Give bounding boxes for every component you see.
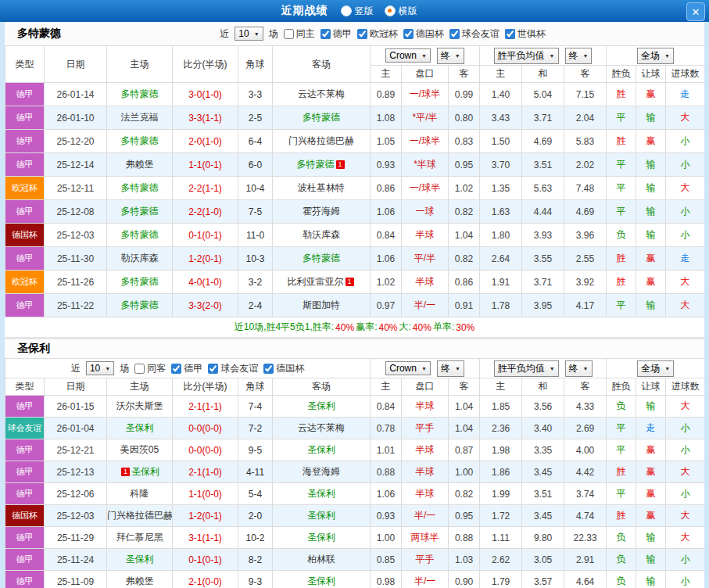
filter-checkbox[interactable] <box>171 364 181 374</box>
team-link[interactable]: 拜仁慕尼黑 <box>116 532 163 543</box>
team-link[interactable]: 多特蒙德 <box>297 159 335 170</box>
games-count-select[interactable]: 10▼ <box>86 361 114 375</box>
filter-option[interactable]: 球会友谊 <box>449 27 500 41</box>
team-link[interactable]: 圣保利 <box>307 444 335 455</box>
avg-odds-select[interactable]: 胜平负均值▼ <box>494 48 559 64</box>
team-link[interactable]: 圣保利 <box>307 575 335 586</box>
team-link[interactable]: 勒沃库森 <box>121 253 159 264</box>
filter-option[interactable]: 同客 <box>134 362 166 375</box>
avg-final-select[interactable]: 终▼ <box>565 360 593 377</box>
filter-option[interactable]: 德甲 <box>320 27 352 41</box>
team-link[interactable]: 勒沃库森 <box>303 229 340 240</box>
date-cell: 25-11-09 <box>45 571 107 588</box>
filter-checkbox[interactable] <box>208 364 218 374</box>
team-link[interactable]: 多特蒙德 <box>121 88 159 99</box>
filter-checkbox[interactable] <box>449 29 460 39</box>
team-link[interactable]: 圣保利 <box>307 510 335 521</box>
away-team-cell: 比利亚雷亚尔1 <box>273 271 371 294</box>
team-link[interactable]: 柏林联 <box>307 554 335 565</box>
team-link[interactable]: 圣保利 <box>131 466 159 477</box>
team-link[interactable]: 多特蒙德 <box>121 229 159 240</box>
team-link[interactable]: 比利亚雷亚尔 <box>288 276 344 287</box>
avg-away-cell: 7.15 <box>564 83 607 106</box>
team-link[interactable]: 弗赖堡 <box>126 159 154 170</box>
layout-vertical-option[interactable]: 竖版 <box>341 5 374 18</box>
avg-away-cell: 4.17 <box>564 294 607 317</box>
filter-option[interactable]: 世俱杯 <box>505 27 546 41</box>
col-score: 比分(半场) <box>173 46 238 83</box>
away-team-cell: 波杜基林特 <box>273 177 371 200</box>
filter-checkbox[interactable] <box>134 364 145 374</box>
games-count-select[interactable]: 10▼ <box>235 27 263 41</box>
team-link[interactable]: 多特蒙德 <box>121 276 159 287</box>
avg-final-select[interactable]: 终▼ <box>565 48 593 64</box>
team-link[interactable]: 云达不莱梅 <box>298 88 345 99</box>
layout-horizontal-option[interactable]: 横版 <box>385 5 417 18</box>
chevron-down-icon: ▼ <box>254 31 260 37</box>
filter-checkbox[interactable] <box>320 29 331 39</box>
col-home: 主场 <box>107 378 173 396</box>
home-odds-cell: 0.88 <box>371 461 402 483</box>
filter-option[interactable]: 欧冠杯 <box>357 27 398 41</box>
avg-odds-select[interactable]: 胜平负均值▼ <box>494 360 559 377</box>
team-link[interactable]: 海登海姆 <box>303 466 340 477</box>
team-link[interactable]: 多特蒙德 <box>121 135 159 146</box>
filter-checkbox[interactable] <box>263 364 274 374</box>
summary-segment: 40% <box>335 322 354 333</box>
handicap-cell: 平手 <box>402 549 449 571</box>
team-link[interactable]: 弗赖堡 <box>126 575 154 586</box>
corners-cell: 10-2 <box>238 527 273 549</box>
col-handicap: 盘口 <box>402 66 449 83</box>
team-link[interactable]: 多特蒙德 <box>303 112 340 123</box>
filter-option[interactable]: 德国杯 <box>263 362 304 375</box>
team-link[interactable]: 圣保利 <box>307 400 335 411</box>
vertical-radio-icon[interactable] <box>341 5 352 16</box>
team-link[interactable]: 法兰克福 <box>121 112 159 123</box>
filter-checkbox[interactable] <box>403 29 414 39</box>
filter-option[interactable]: 同主 <box>284 27 315 41</box>
corners-cell: 2-5 <box>238 106 273 130</box>
result-cell: 平 <box>607 200 636 224</box>
team-link[interactable]: 沃尔夫斯堡 <box>116 400 163 411</box>
filter-checkbox[interactable] <box>284 29 294 39</box>
horizontal-radio-icon[interactable] <box>385 5 396 16</box>
filter-option[interactable]: 球会友谊 <box>208 362 258 375</box>
scope-select[interactable]: 全场▼ <box>637 360 674 377</box>
score-cell: 2-2(1-0) <box>173 200 238 224</box>
scope-select[interactable]: 全场▼ <box>637 48 674 64</box>
team-link[interactable]: 圣保利 <box>307 532 335 543</box>
team-link[interactable]: 圣保利 <box>126 422 154 433</box>
avg-home-cell: 1.80 <box>480 224 522 247</box>
team-link[interactable]: 云达不莱梅 <box>298 422 345 433</box>
team-link[interactable]: 斯图加特 <box>303 299 340 310</box>
team-link[interactable]: 多特蒙德 <box>121 299 159 310</box>
filter-option[interactable]: 德甲 <box>171 362 202 375</box>
filter-option[interactable]: 德国杯 <box>403 27 444 41</box>
team-link[interactable]: 门兴格拉德巴赫 <box>288 135 354 146</box>
team-link[interactable]: 多特蒙德 <box>121 182 159 193</box>
goals-result-cell: 走 <box>666 83 704 106</box>
team-link[interactable]: 圣保利 <box>126 554 154 565</box>
away-odds-cell: 0.90 <box>449 571 480 588</box>
filter-checkbox[interactable] <box>505 29 515 39</box>
filter-checkbox[interactable] <box>357 29 367 39</box>
team-link[interactable]: 门兴格拉德巴赫 <box>107 510 173 521</box>
team-link[interactable]: 霍芬海姆 <box>303 206 340 217</box>
avg-odds-value: 胜平负均值 <box>498 49 545 63</box>
close-icon[interactable]: ✕ <box>686 2 705 21</box>
team-link[interactable]: 波杜基林特 <box>298 182 345 193</box>
corners-cell: 11-0 <box>238 224 273 247</box>
team-link[interactable]: 多特蒙德 <box>303 253 340 264</box>
score-cell: 1-2(0-1) <box>173 505 238 527</box>
odds-final-select[interactable]: 终▼ <box>437 48 464 64</box>
odds-company-select[interactable]: Crown▼ <box>385 361 431 375</box>
col-corners: 角球 <box>238 378 273 396</box>
team-link[interactable]: 圣保利 <box>307 488 335 499</box>
team-link[interactable]: 多特蒙德 <box>121 206 159 217</box>
near-label: 近 <box>71 362 81 375</box>
chevron-down-icon: ▼ <box>455 53 460 59</box>
team-link[interactable]: 美因茨05 <box>120 444 159 455</box>
odds-final-select[interactable]: 终▼ <box>437 360 464 377</box>
team-link[interactable]: 科隆 <box>131 488 149 499</box>
odds-company-select[interactable]: Crown▼ <box>385 48 431 63</box>
